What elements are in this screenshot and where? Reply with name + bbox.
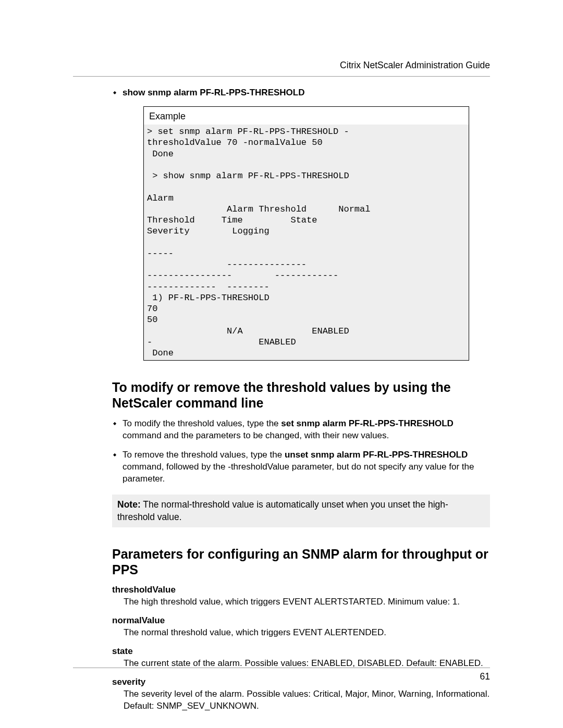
header-title: Citrix NetScaler Administration Guide [73, 60, 490, 71]
remove-bullet: To remove the threshold values, type the… [112, 449, 490, 485]
page-number: 61 [73, 671, 490, 682]
modify-bullet: To modify the threshold values, type the… [112, 418, 490, 442]
param-desc-normalvalue: The normal threshold value, which trigge… [124, 627, 490, 639]
note-label: Note: [117, 499, 141, 510]
modify-text-pre: To modify the threshold values, type the [123, 418, 281, 428]
param-term-state: state [112, 646, 490, 657]
example-code: > set snmp alarm PF-RL-PPS-THRESHOLD - t… [144, 125, 469, 360]
header-rule [73, 76, 490, 77]
example-box: Example > set snmp alarm PF-RL-PPS-THRES… [143, 106, 469, 361]
section-parameters-heading: Parameters for configuring an SNMP alarm… [112, 546, 490, 577]
content-body: show snmp alarm PF-RL-PPS-THRESHOLD Exam… [112, 87, 490, 712]
remove-command: unset snmp alarm PF-RL-PPS-THRESHOLD [285, 450, 468, 460]
example-label: Example [144, 107, 469, 125]
note-box: Note: The normal-threshold value is auto… [112, 495, 490, 527]
top-bullet-command: show snmp alarm PF-RL-PPS-THRESHOLD [123, 88, 304, 97]
modify-command: set snmp alarm PF-RL-PPS-THRESHOLD [281, 418, 454, 428]
param-desc-severity: The severity level of the alarm. Possibl… [124, 688, 490, 712]
remove-text-post: command, followed by the -thresholdValue… [123, 462, 474, 484]
param-desc-thresholdvalue: The high threshold value, which triggers… [124, 596, 490, 608]
remove-text-pre: To remove the threshold values, type the [123, 450, 285, 460]
footer-rule [73, 668, 490, 668]
modify-text-post: command and the parameters to be changed… [123, 430, 389, 440]
footer: 61 [73, 668, 490, 682]
section-modify-remove-heading: To modify or remove the threshold values… [112, 379, 490, 411]
parameters-list: thresholdValue The high threshold value,… [112, 585, 490, 712]
param-term-thresholdvalue: thresholdValue [112, 585, 490, 595]
note-text: The normal-threshold value is automatica… [117, 499, 448, 522]
param-term-normalvalue: normalValue [112, 615, 490, 626]
top-bullet-item: show snmp alarm PF-RL-PPS-THRESHOLD Exam… [112, 87, 490, 361]
